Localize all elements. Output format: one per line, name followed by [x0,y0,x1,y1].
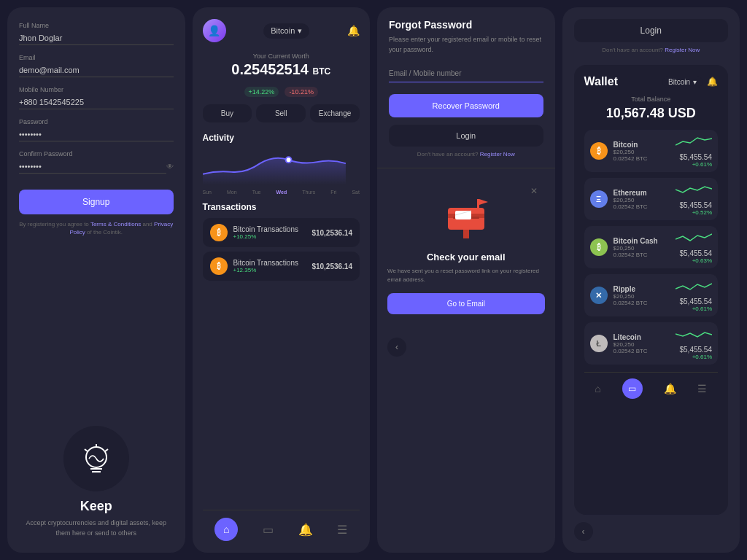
illustration-area: Keep Accept cryptocurrencies and digital… [19,415,174,538]
goto-email-button[interactable]: Go to Email [387,293,545,314]
recover-button[interactable]: Recover Password [389,94,543,117]
bell-icon[interactable]: 🔔 [347,25,360,36]
check-email-title: Check your email [427,252,506,262]
panel3-content: Forgot Password Please enter your regist… [377,7,555,553]
nav-menu[interactable]: ☰ [337,523,347,537]
check-email-desc: We have sent you a reset password link o… [387,267,545,284]
transactions-section: Transactions ₿ Bitcoin Transactions +10.… [203,202,360,285]
panel4-content: Login Don't have an account? Register No… [574,19,729,541]
chart-labels: Sun Mon Tue Wed Thurs Fri Sat [203,190,360,195]
fullname-input[interactable]: Jhon Doglar [19,31,174,45]
forgot-title: Forgot Password [389,19,543,31]
crypto-item-ltc: Ł Litecoin $20,250 0.02542 BTC $5,455.54… [584,322,719,365]
wallet-back-arrow[interactable]: ‹ [574,522,593,541]
xrp-icon: ✕ [590,287,608,304]
activity-title: Activity [203,133,360,143]
crypto-item-btc: ₿ Bitcoin $20,250 0.02542 BTC $5,455.54 … [584,130,719,172]
email-label: Email [19,54,174,61]
crypto-item-xrp: ✕ Ripple $20,250 0.02542 BTC $5,455.54 +… [584,274,719,316]
confirm-input[interactable]: •••••••• [19,160,166,174]
bch-price: $20,250 [614,245,658,252]
forgot-section: Forgot Password Please enter your regist… [377,7,555,168]
nav-bell[interactable]: 🔔 [298,523,313,537]
confirm-label: Confirm Password [19,150,174,158]
eth-value: $5,455.54 [676,201,712,209]
ltc-change: +0.61% [676,354,712,360]
balance-unit: BTC [313,66,331,77]
eth-price: $20,250 [614,197,648,203]
crypto-item-eth: Ξ Ethereum $20,250 0.02542 BTC $5,455.54… [584,178,719,220]
eth-name: Ethereum [614,189,648,197]
day-sun: Sun [203,190,212,195]
bch-change: +0.63% [676,257,712,264]
fullname-group: Full Name Jhon Doglar [19,22,174,45]
avatar: 👤 [203,19,226,42]
xrp-price: $20,250 [614,293,648,300]
ltc-name: Litecoin [614,333,648,341]
nav-chart[interactable]: ▭ [263,523,274,537]
btc-value: $5,455.54 [676,153,712,161]
bch-icon: ₿ [590,238,608,256]
wallet-main-title: Wallet [584,75,619,88]
register-link[interactable]: Register Now [665,47,700,53]
ltc-price: $20,250 [614,341,648,348]
bottom-nav: ⌂ ▭ 🔔 ☰ [203,510,360,541]
main-wallet-panel: Login Don't have an account? Register No… [562,7,740,553]
w-nav-menu[interactable]: ☰ [697,383,707,394]
xrp-name: Ripple [614,285,648,293]
balance-amount: 0.25452514 BTC [203,61,360,78]
coin-name: Bitcoin [271,26,295,35]
day-sat: Sat [352,190,360,195]
ltc-value: $5,455.54 [676,346,712,354]
email-input[interactable]: demo@mail.com [19,63,174,77]
tx-amount-2: $10,2536.14 [311,262,352,271]
day-thu: Thurs [302,190,315,195]
w-nav-bell[interactable]: 🔔 [664,383,676,394]
exchange-button[interactable]: Exchange [310,104,360,122]
eth-icon: Ξ [590,190,608,208]
eye-icon[interactable]: 👁 [166,163,174,171]
terms-text: By registering you agree to Terms & Cond… [19,220,174,236]
buy-button[interactable]: Buy [203,104,252,122]
transaction-item-1: ₿ Bitcoin Transactions +10.25% $10,2536.… [203,218,360,247]
forgot-input[interactable]: Email / Mobile number [389,65,543,82]
wallet-coin-name: Bitcoin [668,78,690,86]
forgot-password-panel: Forgot Password Please enter your regist… [377,7,555,553]
password-label: Password [19,118,174,125]
back-arrow-button[interactable]: ‹ [387,338,406,357]
register-now-link[interactable]: Register Now [480,151,515,158]
activity-chart [203,149,360,185]
mobile-input[interactable]: +880 1542545225 [19,96,174,109]
transactions-title: Transactions [203,202,360,212]
tx-name-2: Bitcoin Transactions [233,259,299,267]
nav-home[interactable]: ⌂ [214,518,238,541]
total-balance-amount: 10,567.48 USD [584,106,719,121]
illustration-desc: Accept cryptocurrencies and digital asse… [19,518,174,538]
w-nav-wallet[interactable]: ▭ [622,378,643,399]
xrp-change: +0.61% [676,306,712,312]
coin-selector[interactable]: Bitcoin ▾ [263,23,309,39]
btc-name: Bitcoin [614,141,648,149]
w-nav-home[interactable]: ⌂ [595,383,600,394]
sell-button[interactable]: Sell [256,104,306,122]
svg-marker-11 [479,199,488,205]
signup-button[interactable]: Signup [19,190,174,214]
password-input[interactable]: •••••••• [19,128,174,141]
action-buttons: Buy Sell Exchange [203,104,360,122]
btc-holdings: 0.02542 BTC [614,155,648,162]
change-up: +14.22% [244,87,279,97]
mobile-label: Mobile Number [19,86,174,93]
wallet-bell-icon[interactable]: 🔔 [707,77,718,87]
illustration-title: Keep [80,499,112,514]
wallet-coin-selector[interactable]: Bitcoin ▾ [662,76,703,88]
change-down: -10.21% [285,87,318,97]
terms-link[interactable]: Terms & Conditions [90,221,141,228]
btc-icon-1: ₿ [210,224,228,241]
signup-panel: Full Name Jhon Doglar Email demo@mail.co… [7,7,185,553]
svg-rect-13 [455,211,471,219]
login-main-button[interactable]: Login [574,19,729,42]
login-button[interactable]: Login [389,125,543,147]
day-fri: Fri [330,190,336,195]
ltc-holdings: 0.02542 BTC [614,348,648,354]
close-icon[interactable]: ✕ [530,186,538,196]
